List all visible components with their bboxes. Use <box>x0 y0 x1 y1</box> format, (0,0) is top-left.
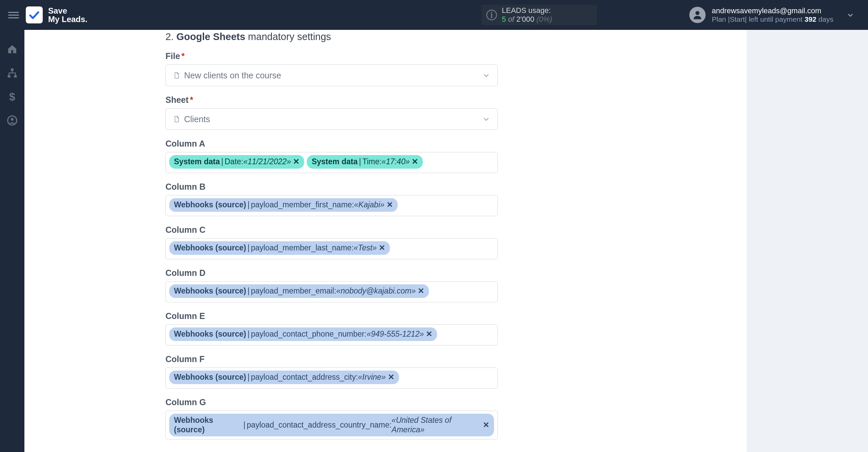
file-chevron <box>482 72 490 79</box>
tag-field: payload_contact_address_city: <box>251 373 358 382</box>
tag-field: payload_contact_address_country_name: <box>247 420 392 430</box>
column-tag-input[interactable]: Webhooks (source) | payload_contact_addr… <box>165 368 498 389</box>
account-text: andrewsavemyleads@gmail.com Plan |Start|… <box>712 6 833 23</box>
sidebar-item-connections[interactable] <box>6 67 18 79</box>
section-title: 2. Google Sheets mandatory settings <box>165 31 747 42</box>
tag-source: Webhooks (source) <box>174 329 246 339</box>
column-tag-input[interactable]: Webhooks (source) | payload_member_last_… <box>165 238 498 259</box>
tag-separator: | <box>248 329 250 339</box>
leads-usage-box: i LEADS usage: 5 of 2'000 (0%) <box>481 5 597 25</box>
tag-field: payload_contact_phone_number: <box>251 329 367 339</box>
usage-limit: 2'000 <box>516 15 534 23</box>
sheet-label-text: Sheet <box>165 95 189 105</box>
tag-remove-button[interactable]: ✕ <box>388 373 394 382</box>
tag-remove-button[interactable]: ✕ <box>387 200 393 210</box>
account-email: andrewsavemyleads@gmail.com <box>712 6 833 15</box>
column-group: Column DWebhooks (source) | payload_memb… <box>165 268 498 302</box>
sidebar: $ <box>0 30 24 452</box>
document-icon <box>173 71 180 79</box>
account-plan: Plan |Start| left until payment 392 days <box>712 15 833 23</box>
tag-separator: | <box>243 420 245 430</box>
sheet-select[interactable]: Clients <box>165 108 498 130</box>
tag-field: Time: <box>362 157 382 167</box>
mapping-tag: Webhooks (source) | payload_member_last_… <box>169 241 390 255</box>
column-tag-input[interactable]: Webhooks (source) | payload_member_first… <box>165 195 498 216</box>
column-group: Column ASystem data | Date: «11/21/2022»… <box>165 139 498 173</box>
logo[interactable] <box>26 6 43 23</box>
sidebar-item-billing[interactable]: $ <box>6 91 18 102</box>
column-label: Column D <box>165 268 498 278</box>
section-rest: mandatory settings <box>245 31 331 42</box>
column-label: Column F <box>165 354 498 364</box>
svg-rect-2 <box>8 75 11 78</box>
plan-prefix: Plan |Start| left until payment <box>712 15 805 23</box>
column-tag-input[interactable]: System data | Date: «11/21/2022»✕System … <box>165 152 498 173</box>
tag-separator: | <box>359 157 361 167</box>
tag-remove-button[interactable]: ✕ <box>426 329 432 339</box>
account-expand-button[interactable] <box>846 11 854 19</box>
tag-source: Webhooks (source) <box>174 243 246 253</box>
svg-point-5 <box>11 118 14 121</box>
checkmark-icon <box>29 10 40 20</box>
tag-remove-button[interactable]: ✕ <box>418 286 424 296</box>
column-tag-input[interactable]: Webhooks (source) | payload_contact_phon… <box>165 324 498 345</box>
required-marker: * <box>181 51 185 61</box>
file-value: New clients on the course <box>184 71 281 80</box>
sheet-label: Sheet* <box>165 95 498 105</box>
brand-line2: My Leads. <box>48 15 87 23</box>
tag-separator: | <box>248 200 250 210</box>
tag-source: Webhooks (source) <box>174 286 246 296</box>
tag-remove-button[interactable]: ✕ <box>293 157 299 167</box>
sidebar-item-profile[interactable] <box>6 115 18 126</box>
svg-rect-1 <box>11 69 14 71</box>
column-group: Column FWebhooks (source) | payload_cont… <box>165 354 498 389</box>
column-tag-input[interactable]: Webhooks (source) | payload_member_email… <box>165 281 498 302</box>
tag-separator: | <box>248 373 250 382</box>
tag-source: System data <box>312 157 358 167</box>
svg-rect-3 <box>14 75 17 78</box>
brand-line1: Save <box>48 6 67 15</box>
header: Save My Leads. i LEADS usage: 5 of 2'000… <box>0 0 868 30</box>
sheet-chevron <box>482 115 490 123</box>
tag-sample-value: «Irvine» <box>358 373 386 382</box>
column-label: Column E <box>165 311 498 321</box>
column-group: Column BWebhooks (source) | payload_memb… <box>165 182 498 216</box>
user-circle-icon <box>7 115 18 126</box>
chevron-down-icon <box>482 72 490 79</box>
chevron-down-icon <box>847 11 854 19</box>
tag-field: payload_member_last_name: <box>251 243 354 253</box>
file-select[interactable]: New clients on the course <box>165 64 498 86</box>
mapping-tag: Webhooks (source) | payload_member_first… <box>169 198 398 212</box>
svg-point-0 <box>695 11 699 15</box>
tag-source: Webhooks (source) <box>174 373 246 382</box>
mapping-tag: System data | Date: «11/21/2022»✕ <box>169 155 304 169</box>
tag-sample-value: «nobody@kajabi.com» <box>336 286 416 296</box>
usage-of: of <box>508 15 514 23</box>
section-num: 2. <box>165 31 174 42</box>
usage-used: 5 <box>502 15 506 23</box>
tag-field: payload_member_email: <box>251 286 336 296</box>
column-tag-input[interactable]: Webhooks (source) | payload_contact_addr… <box>165 411 498 439</box>
usage-stats: 5 of 2'000 (0%) <box>502 15 590 24</box>
required-marker: * <box>190 95 193 105</box>
tag-remove-button[interactable]: ✕ <box>379 243 385 253</box>
tag-separator: | <box>248 243 250 253</box>
usage-pct: (0%) <box>536 15 552 23</box>
tag-remove-button[interactable]: ✕ <box>483 420 489 430</box>
plan-suffix: days <box>816 15 833 23</box>
file-label: File* <box>165 51 498 61</box>
column-label: Column A <box>165 139 498 149</box>
tag-sample-value: «Test» <box>354 243 377 253</box>
mapping-tag: Webhooks (source) | payload_member_email… <box>169 284 429 298</box>
usage-title: LEADS usage: <box>502 6 590 15</box>
chevron-down-icon <box>482 115 490 123</box>
mapping-tag: Webhooks (source) | payload_contact_addr… <box>169 414 494 436</box>
tag-remove-button[interactable]: ✕ <box>412 157 418 167</box>
sidebar-item-home[interactable] <box>6 43 18 55</box>
dollar-icon: $ <box>9 91 15 103</box>
account-area[interactable]: andrewsavemyleads@gmail.com Plan |Start|… <box>689 6 854 23</box>
menu-toggle-button[interactable] <box>8 10 19 20</box>
file-group: File* New clients on the course <box>165 51 498 86</box>
tag-sample-value: «Kajabi» <box>354 200 384 210</box>
tag-sample-value: «949-555-1212» <box>367 329 424 339</box>
